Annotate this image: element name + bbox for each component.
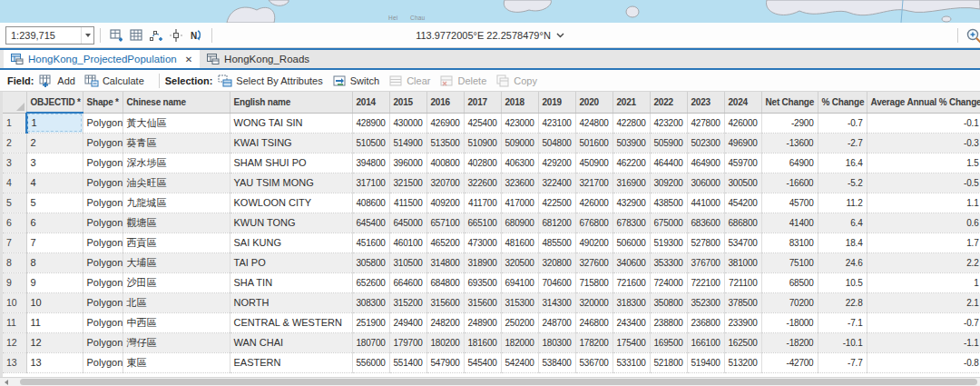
cell-shape[interactable]: Polygon bbox=[83, 252, 122, 272]
cell-objectid[interactable]: 3 bbox=[26, 153, 83, 173]
scrollbar-thumb[interactable] bbox=[20, 379, 977, 385]
cell-y2023[interactable]: 352300 bbox=[687, 292, 724, 312]
tab-hongkong-roads[interactable]: HongKong_Roads bbox=[200, 50, 317, 68]
cell-y2021[interactable]: 721600 bbox=[612, 272, 650, 292]
cell-y2014[interactable]: 510500 bbox=[352, 133, 389, 153]
cell-pct_change[interactable]: 10.5 bbox=[818, 272, 867, 292]
cell-y2021[interactable]: 243400 bbox=[612, 312, 650, 332]
cell-y2023[interactable]: 441000 bbox=[687, 193, 724, 213]
cell-pct_change[interactable]: -7.1 bbox=[818, 312, 867, 332]
cell-english_name[interactable]: SHA TIN bbox=[230, 272, 352, 292]
tab-hongkong-projectedpopulation[interactable]: HongKong_ProjectedPopulation ✕ bbox=[4, 50, 200, 68]
cell-y2016[interactable]: 400800 bbox=[426, 153, 464, 173]
measure-sketch-icon[interactable] bbox=[148, 27, 164, 44]
row-number[interactable]: 8 bbox=[3, 252, 26, 272]
add-field-button[interactable]: Add bbox=[39, 74, 75, 87]
cell-y2020[interactable]: 327600 bbox=[575, 252, 612, 272]
cell-y2024[interactable]: 496900 bbox=[724, 133, 761, 153]
column-header-y2018[interactable]: 2018 bbox=[501, 92, 538, 113]
cell-objectid[interactable]: 11 bbox=[26, 312, 83, 332]
horizontal-scrollbar[interactable] bbox=[0, 377, 980, 386]
corner-header[interactable] bbox=[3, 92, 26, 113]
cell-english_name[interactable]: KWUN TONG bbox=[230, 213, 352, 233]
cell-chinese_name[interactable]: 深水埗區 bbox=[122, 153, 230, 173]
select-by-attributes-button[interactable]: Select By Attributes bbox=[218, 74, 322, 87]
cell-y2017[interactable]: 318900 bbox=[464, 252, 501, 272]
cell-y2014[interactable]: 451600 bbox=[352, 233, 389, 252]
cell-y2024[interactable]: 426000 bbox=[724, 113, 761, 133]
cell-objectid[interactable]: 4 bbox=[26, 173, 83, 193]
cell-y2014[interactable]: 317100 bbox=[352, 173, 389, 193]
cell-y2016[interactable]: 547900 bbox=[426, 352, 464, 372]
cell-chinese_name[interactable]: 沙田區 bbox=[122, 272, 230, 292]
cell-y2015[interactable]: 249400 bbox=[389, 312, 426, 332]
cell-shape[interactable]: Polygon bbox=[83, 213, 122, 233]
cell-avg_annual_pct_change[interactable]: -0.3 bbox=[867, 133, 980, 153]
cell-y2018[interactable]: 542400 bbox=[501, 352, 538, 372]
cell-y2023[interactable]: 236800 bbox=[687, 312, 724, 332]
cell-objectid[interactable]: 12 bbox=[26, 332, 83, 352]
cell-y2017[interactable]: 322600 bbox=[464, 173, 501, 193]
cell-y2024[interactable]: 378500 bbox=[724, 292, 761, 312]
close-icon[interactable]: ✕ bbox=[185, 54, 192, 64]
cell-net_change[interactable]: -18000 bbox=[761, 312, 818, 332]
cell-y2020[interactable]: 178200 bbox=[575, 332, 612, 352]
column-header-pct_change[interactable]: % Change bbox=[818, 92, 867, 113]
cell-y2018[interactable]: 481600 bbox=[501, 233, 538, 252]
row-number[interactable]: 9 bbox=[3, 272, 26, 292]
cell-net_change[interactable]: -2900 bbox=[761, 113, 818, 133]
cell-y2014[interactable]: 394800 bbox=[352, 153, 389, 173]
column-header-y2019[interactable]: 2019 bbox=[538, 92, 575, 113]
cell-avg_annual_pct_change[interactable]: 1.1 bbox=[867, 193, 980, 213]
cell-y2017[interactable]: 693500 bbox=[464, 272, 501, 292]
cell-avg_annual_pct_change[interactable]: -0.5 bbox=[867, 173, 980, 193]
cell-shape[interactable]: Polygon bbox=[83, 332, 122, 352]
cell-y2021[interactable]: 678300 bbox=[612, 213, 650, 233]
cell-y2023[interactable]: 519400 bbox=[687, 352, 724, 372]
cell-shape[interactable]: Polygon bbox=[83, 193, 122, 213]
row-number[interactable]: 7 bbox=[3, 233, 26, 252]
chevron-down-icon[interactable] bbox=[81, 27, 93, 44]
cell-y2023[interactable]: 464900 bbox=[687, 153, 724, 173]
copy-button[interactable]: Copy bbox=[495, 74, 537, 87]
cell-y2015[interactable]: 310500 bbox=[389, 252, 426, 272]
cell-english_name[interactable]: EASTERN bbox=[230, 352, 352, 372]
cell-y2019[interactable]: 314300 bbox=[538, 292, 575, 312]
cell-english_name[interactable]: TAI PO bbox=[230, 252, 352, 272]
cell-y2018[interactable]: 315300 bbox=[501, 292, 538, 312]
cell-y2016[interactable]: 684800 bbox=[426, 272, 464, 292]
row-number[interactable]: 5 bbox=[3, 193, 26, 213]
cell-objectid[interactable]: 13 bbox=[26, 352, 83, 372]
table-grid-icon[interactable] bbox=[128, 27, 144, 44]
cell-english_name[interactable]: SAI KUNG bbox=[230, 233, 352, 252]
cell-y2020[interactable]: 450900 bbox=[575, 153, 612, 173]
cell-y2017[interactable]: 425400 bbox=[464, 113, 501, 133]
cell-y2014[interactable]: 308300 bbox=[352, 292, 389, 312]
cell-y2019[interactable]: 429200 bbox=[538, 153, 575, 173]
cell-y2024[interactable]: 233900 bbox=[724, 312, 761, 332]
cell-chinese_name[interactable]: 北區 bbox=[122, 292, 230, 312]
cell-y2015[interactable]: 551400 bbox=[389, 352, 426, 372]
cell-y2020[interactable]: 320000 bbox=[575, 292, 612, 312]
column-header-y2020[interactable]: 2020 bbox=[575, 92, 612, 113]
cell-y2022[interactable]: 521800 bbox=[650, 352, 687, 372]
cell-y2019[interactable]: 485500 bbox=[538, 233, 575, 252]
cell-y2016[interactable]: 248200 bbox=[426, 312, 464, 332]
cell-english_name[interactable]: KOWLOON CITY bbox=[230, 193, 352, 213]
cell-english_name[interactable]: KWAI TSING bbox=[230, 133, 352, 153]
row-number[interactable]: 11 bbox=[3, 312, 26, 332]
cell-y2022[interactable]: 169500 bbox=[650, 332, 687, 352]
cell-y2020[interactable]: 501600 bbox=[575, 133, 612, 153]
cell-y2024[interactable]: 162500 bbox=[724, 332, 761, 352]
cell-y2014[interactable]: 428900 bbox=[352, 113, 389, 133]
cell-net_change[interactable]: -16600 bbox=[761, 173, 818, 193]
cell-y2017[interactable]: 181600 bbox=[464, 332, 501, 352]
cell-y2023[interactable]: 376700 bbox=[687, 252, 724, 272]
cell-shape[interactable]: Polygon bbox=[83, 233, 122, 252]
scroll-left-icon[interactable] bbox=[5, 380, 8, 385]
cell-objectid[interactable]: 2 bbox=[26, 133, 83, 153]
cell-avg_annual_pct_change[interactable]: -0.1 bbox=[867, 113, 980, 133]
cell-chinese_name[interactable]: 西貢區 bbox=[122, 233, 230, 252]
cell-english_name[interactable]: SHAM SHUI PO bbox=[230, 153, 352, 173]
cell-y2019[interactable]: 320800 bbox=[538, 252, 575, 272]
